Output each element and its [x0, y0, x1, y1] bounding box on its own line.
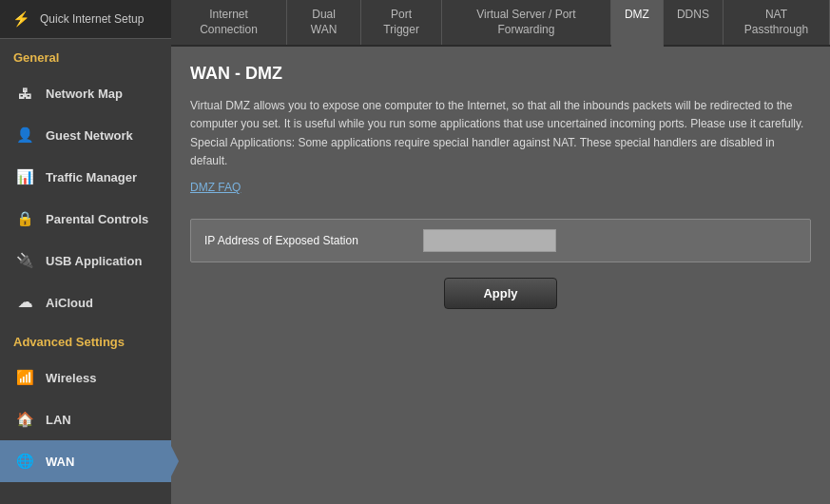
quick-setup-label: Quick Internet Setup [40, 12, 144, 26]
quick-setup-icon: ⚡ [10, 8, 32, 30]
tab-bar: Internet Connection Dual WAN Port Trigge… [171, 0, 830, 47]
sidebar-item-guest-network[interactable]: 👤 Guest Network [0, 114, 171, 156]
guest-network-label: Guest Network [46, 128, 133, 143]
main-content: Internet Connection Dual WAN Port Trigge… [171, 0, 830, 504]
sidebar-item-lan[interactable]: 🏠 LAN [0, 398, 171, 440]
lan-icon: 🏠 [13, 408, 36, 431]
wan-icon: 🌐 [13, 450, 36, 473]
tab-dual-wan[interactable]: Dual WAN [287, 0, 361, 45]
sidebar-item-wireless[interactable]: 📶 Wireless [0, 357, 171, 398]
advanced-section-header: Advanced Settings [0, 327, 171, 357]
ip-address-row: IP Address of Exposed Station [191, 220, 810, 262]
content-area: WAN - DMZ Virtual DMZ allows you to expo… [171, 47, 830, 504]
ip-address-input[interactable] [423, 229, 556, 252]
ip-address-label: IP Address of Exposed Station [204, 234, 423, 247]
parental-controls-label: Parental Controls [46, 212, 148, 226]
sidebar: ⚡ Quick Internet Setup General 🖧 Network… [0, 0, 171, 504]
dmz-faq-link[interactable]: DMZ FAQ [190, 181, 241, 194]
traffic-manager-label: Traffic Manager [46, 170, 137, 184]
sidebar-item-aicloud[interactable]: ☁ AiCloud [0, 281, 171, 323]
traffic-manager-icon: 📊 [13, 165, 36, 188]
usb-application-label: USB Application [46, 254, 142, 268]
lan-label: LAN [46, 413, 71, 427]
aicloud-label: AiCloud [46, 296, 93, 310]
network-map-label: Network Map [46, 87, 123, 101]
tab-port-trigger[interactable]: Port Trigger [361, 0, 442, 45]
guest-network-icon: 👤 [13, 124, 36, 146]
usb-application-icon: 🔌 [13, 249, 36, 272]
tab-nat-passthrough[interactable]: NAT Passthrough [724, 0, 830, 45]
apply-button[interactable]: Apply [444, 278, 556, 309]
tab-internet-connection[interactable]: Internet Connection [171, 0, 287, 45]
aicloud-icon: ☁ [13, 291, 36, 314]
form-section: IP Address of Exposed Station [190, 219, 811, 262]
tab-ddns[interactable]: DDNS [664, 0, 724, 45]
apply-button-container: Apply [190, 278, 811, 309]
page-title: WAN - DMZ [190, 64, 811, 84]
sidebar-item-parental-controls[interactable]: 🔒 Parental Controls [0, 198, 171, 240]
tab-dmz[interactable]: DMZ [611, 0, 664, 47]
wireless-label: Wireless [46, 371, 96, 385]
tab-virtual-server[interactable]: Virtual Server / Port Forwarding [442, 0, 611, 45]
sidebar-item-usb-application[interactable]: 🔌 USB Application [0, 240, 171, 281]
network-map-icon: 🖧 [13, 82, 36, 105]
general-section-header: General [0, 43, 171, 72]
wan-label: WAN [46, 455, 74, 469]
sidebar-item-wan[interactable]: 🌐 WAN [0, 440, 171, 482]
sidebar-item-traffic-manager[interactable]: 📊 Traffic Manager [0, 156, 171, 198]
sidebar-item-network-map[interactable]: 🖧 Network Map [0, 72, 171, 114]
quick-internet-setup[interactable]: ⚡ Quick Internet Setup [0, 0, 171, 39]
parental-controls-icon: 🔒 [13, 207, 36, 230]
wireless-icon: 📶 [13, 366, 36, 389]
description-text: Virtual DMZ allows you to expose one com… [190, 97, 811, 170]
